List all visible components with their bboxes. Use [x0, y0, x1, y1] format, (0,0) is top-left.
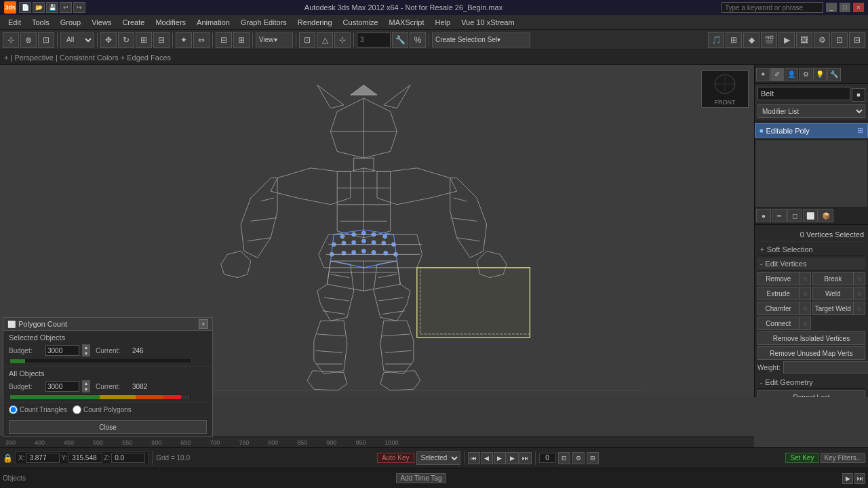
key-mode-btn[interactable]: ⊡ [558, 452, 570, 464]
undo-btn[interactable]: ↩ [60, 2, 72, 13]
auto-key-button[interactable]: Auto Key [377, 453, 414, 463]
add-time-tag-button[interactable]: Add Time Tag [396, 473, 447, 483]
connect-button[interactable]: Connect [757, 317, 799, 330]
render-setup-btn[interactable]: 🎬 [761, 32, 777, 48]
lock-icon[interactable]: 🔒 [3, 453, 13, 463]
repeat-last-button[interactable]: Repeat Last [757, 390, 865, 397]
render-frame-btn[interactable]: 🖼 [796, 32, 812, 48]
polygon-count-close-btn[interactable]: × [199, 319, 208, 329]
minimize-btn[interactable]: _ [826, 3, 837, 12]
all-budget-decrement[interactable]: ▼ [82, 386, 90, 392]
soft-selection-header[interactable]: + Soft Selection [757, 243, 865, 256]
target-weld-button[interactable]: Target Weld [812, 302, 854, 315]
polygon-mode-icon[interactable]: ⬜ [803, 209, 818, 222]
menu-group[interactable]: Group [55, 17, 87, 28]
chamfer-options-btn[interactable]: ◾ [799, 302, 811, 315]
menu-create[interactable]: Create [117, 17, 150, 28]
x-coord[interactable]: 3.877 [26, 453, 60, 463]
go-to-start-btn[interactable]: ⏮ [468, 452, 480, 464]
menu-modifiers[interactable]: Modifiers [150, 17, 191, 28]
snap-angle-toggle[interactable]: △ [317, 32, 333, 48]
time-config-btn[interactable]: ⚙ [572, 452, 585, 464]
weld-options-btn[interactable]: ◾ [853, 287, 865, 300]
next-frame-btn[interactable]: ▶ [507, 452, 519, 464]
play-btn[interactable]: ▶ [494, 452, 506, 464]
extra-btn1[interactable]: ⚙ [814, 32, 830, 48]
create-panel-icon[interactable]: ✦ [756, 68, 770, 81]
motion-panel-icon[interactable]: ⚙ [799, 68, 812, 81]
object-name-field[interactable] [757, 87, 850, 100]
align-tool[interactable]: ⊟ [216, 32, 232, 48]
modifier-list-select[interactable]: Modifier List [757, 104, 865, 118]
select-move-tool[interactable]: ✥ [100, 32, 117, 48]
remove-button[interactable]: Remove [757, 272, 799, 285]
sel-budget-increment[interactable]: ▲ [82, 344, 90, 350]
all-budget-input[interactable] [45, 381, 79, 392]
schematic-view-btn[interactable]: ⊞ [726, 32, 742, 48]
select-object-tool[interactable]: ⊡ [38, 32, 54, 48]
all-budget-increment[interactable]: ▲ [82, 380, 90, 386]
select-region-tool[interactable]: ⊗ [20, 32, 37, 48]
edit-geometry-header[interactable]: - Edit Geometry [757, 376, 865, 389]
edit-geometry-toggle[interactable]: - [760, 379, 762, 386]
snap-toggle[interactable]: ⊡ [299, 32, 315, 48]
quick-render-btn[interactable]: ▶ [778, 32, 795, 48]
break-button[interactable]: Break [812, 272, 854, 285]
remove-options-btn[interactable]: ◾ [799, 272, 811, 285]
open-btn[interactable]: 📂 [33, 2, 45, 13]
selected-dropdown[interactable]: Selected [416, 451, 460, 465]
menu-animation[interactable]: Animation [191, 17, 235, 28]
create-selection-dropdown[interactable]: Create Selection Sel▾ [432, 33, 530, 47]
remove-unused-map-verts-button[interactable]: Remove Unused Map Verts [757, 346, 865, 360]
mini-play-btn[interactable]: ▶ [842, 473, 853, 484]
element-mode-icon[interactable]: 📦 [818, 209, 833, 222]
display-panel-icon[interactable]: 💡 [813, 68, 827, 81]
menu-graph-editors[interactable]: Graph Editors [235, 17, 292, 28]
selected-budget-input[interactable] [45, 345, 79, 356]
track-view-btn[interactable]: 🎵 [708, 32, 724, 48]
border-mode-icon[interactable]: ◻ [787, 209, 802, 222]
filter-select[interactable]: All [60, 33, 94, 47]
mirror-tool[interactable]: ⇔ [193, 32, 210, 48]
weight-input[interactable] [783, 361, 868, 373]
percent-snap[interactable]: % [410, 32, 426, 48]
extrude-options-btn[interactable]: ◾ [799, 287, 811, 300]
soft-selection-toggle[interactable]: + [760, 246, 764, 253]
select-tool[interactable]: ⊹ [3, 32, 19, 48]
material-editor-btn[interactable]: ◆ [743, 32, 760, 48]
layer-manager-tool[interactable]: ⊞ [233, 32, 250, 48]
count-triangles-radio[interactable]: Count Triangles [9, 405, 67, 414]
extrude-button[interactable]: Extrude [757, 287, 799, 300]
new-btn[interactable]: 📄 [19, 2, 31, 13]
3d-snap-toggle[interactable]: 🔧 [392, 32, 408, 48]
named-selection-field[interactable]: 3 [357, 33, 391, 47]
weld-button[interactable]: Weld [812, 287, 854, 300]
pivot-tool[interactable]: ✦ [176, 32, 192, 48]
mini-step-btn[interactable]: ⏭ [854, 473, 865, 484]
view-dropdown[interactable]: View▾ [256, 33, 293, 47]
modify-panel-icon[interactable]: ✐ [770, 68, 784, 81]
remove-isolated-vertices-button[interactable]: Remove Isolated Vertices [757, 331, 865, 345]
chamfer-button[interactable]: Chamfer [757, 302, 799, 315]
edge-mode-icon[interactable]: ━ [772, 209, 787, 222]
menu-vue[interactable]: Vue 10 xStream [456, 17, 519, 28]
count-polygons-radio[interactable]: Count Polygons [73, 405, 132, 414]
reference-coord-tool[interactable]: ⊟ [153, 32, 170, 48]
frame-counter[interactable]: 0 [539, 453, 556, 463]
menu-rendering[interactable]: Rendering [292, 17, 338, 28]
sel-budget-decrement[interactable]: ▼ [82, 350, 90, 357]
menu-tools[interactable]: Tools [26, 17, 55, 28]
connect-options-btn[interactable]: ◾ [799, 317, 811, 330]
utilities-panel-icon[interactable]: 🔧 [827, 68, 841, 81]
editable-poly-entry[interactable]: ■ Editable Poly ⊞ [755, 123, 868, 138]
redo-btn[interactable]: ↪ [73, 2, 85, 13]
prev-frame-btn[interactable]: ◀ [481, 452, 493, 464]
menu-edit[interactable]: Edit [3, 17, 26, 28]
y-coord[interactable]: 315.548 [68, 453, 102, 463]
hierarchy-panel-icon[interactable]: 👤 [785, 68, 798, 81]
target-weld-options-btn[interactable]: ◾ [853, 302, 865, 315]
menu-customize[interactable]: Customize [338, 17, 384, 28]
go-to-end-btn[interactable]: ⏭ [519, 452, 532, 464]
select-uniform-scale-tool[interactable]: ⊞ [136, 32, 152, 48]
break-options-btn[interactable]: ◾ [853, 272, 865, 285]
